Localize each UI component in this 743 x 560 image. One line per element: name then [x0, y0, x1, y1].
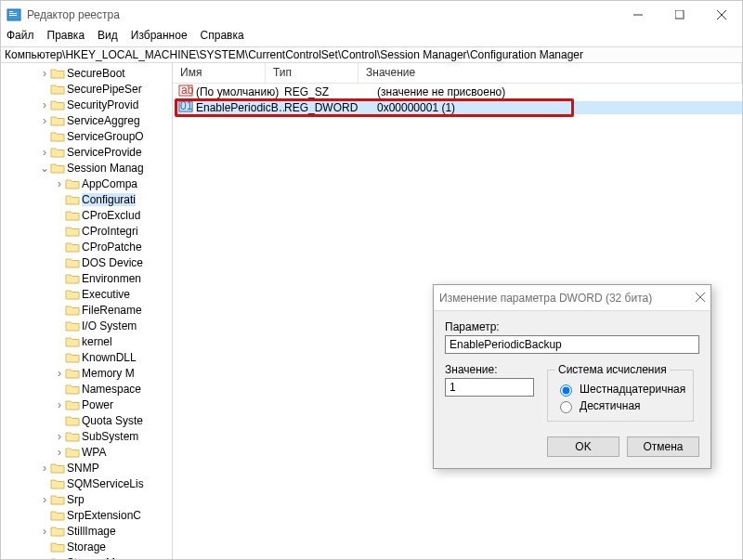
- tree-item[interactable]: CProPatche: [52, 239, 172, 254]
- tree-item[interactable]: ›ServiceAggreg: [52, 112, 172, 128]
- regedit-window: Редактор реестра Файл Правка Вид Избранн…: [0, 0, 743, 560]
- expander-icon[interactable]: ›: [54, 367, 65, 380]
- tree-item-label: StillImage: [67, 525, 116, 538]
- titlebar[interactable]: Редактор реестра: [1, 1, 742, 29]
- expander-icon[interactable]: ›: [54, 430, 65, 443]
- tree-view[interactable]: ›SecureBootSecurePipeSer›SecurityProvid›…: [1, 63, 173, 559]
- tree-item[interactable]: Environmen: [52, 270, 172, 286]
- tree-item[interactable]: CProIntegri: [52, 223, 172, 239]
- tree-item[interactable]: Namespace: [52, 381, 172, 397]
- tree-item[interactable]: ›AppCompa: [52, 176, 172, 191]
- expander-icon[interactable]: ›: [39, 462, 50, 475]
- folder-icon: [65, 319, 80, 332]
- folder-icon: [65, 398, 80, 411]
- tree-item[interactable]: ›Power: [52, 397, 172, 412]
- svg-rect-3: [9, 15, 17, 16]
- expander-icon[interactable]: ›: [54, 177, 65, 190]
- tree-item[interactable]: FileRename: [52, 302, 172, 318]
- tree-item[interactable]: SrpExtensionC: [52, 507, 172, 523]
- cancel-button[interactable]: Отмена: [627, 436, 699, 457]
- menu-edit[interactable]: Правка: [47, 29, 85, 44]
- tree-item[interactable]: Storage: [52, 539, 172, 554]
- value-name: (По умолчанию): [196, 85, 284, 98]
- radio-hex-label: Шестнадцатеричная: [580, 383, 685, 396]
- tree-item[interactable]: SecurePipeSer: [52, 81, 172, 97]
- expander-icon[interactable]: ›: [39, 146, 50, 159]
- tree-item[interactable]: ›SNMP: [52, 460, 172, 475]
- folder-icon: [50, 540, 65, 553]
- minimize-button[interactable]: [617, 1, 658, 29]
- tree-item-label: ServiceAggreg: [67, 114, 140, 127]
- tree-item-label: SQMServiceLis: [67, 477, 144, 490]
- expander-icon[interactable]: ›: [39, 556, 50, 560]
- tree-item[interactable]: ›Memory M: [52, 365, 172, 381]
- value-row[interactable]: 011EnablePeriodicB…REG_DWORD0x00000001 (…: [173, 99, 742, 115]
- tree-item[interactable]: SQMServiceLis: [52, 475, 172, 491]
- tree-item[interactable]: ›WPA: [52, 444, 172, 460]
- folder-icon: [65, 304, 80, 317]
- tree-item[interactable]: ›ServiceProvide: [52, 144, 172, 160]
- tree-item-label: FileRename: [82, 304, 142, 317]
- value-row[interactable]: ab(По умолчанию)REG_SZ(значение не присв…: [173, 84, 742, 99]
- maximize-button[interactable]: [658, 1, 700, 29]
- radio-hex[interactable]: Шестнадцатеричная: [555, 382, 685, 397]
- folder-icon: [50, 462, 65, 475]
- value-data: (значение не присвоено): [377, 85, 742, 98]
- radio-hex-input[interactable]: [560, 384, 572, 397]
- tree-item[interactable]: ›SecureBoot: [52, 65, 172, 81]
- tree-item-label: DOS Device: [82, 256, 143, 269]
- expander-icon[interactable]: ›: [39, 98, 50, 111]
- address-bar[interactable]: Компьютер\HKEY_LOCAL_MACHINE\SYSTEM\Curr…: [1, 46, 742, 63]
- menu-help[interactable]: Справка: [201, 29, 244, 44]
- svg-rect-1: [9, 11, 13, 12]
- tree-item[interactable]: DOS Device: [52, 254, 172, 270]
- col-type[interactable]: Тип: [266, 63, 358, 83]
- tree-item[interactable]: ›SubSystem: [52, 428, 172, 444]
- tree-item-label: kernel: [82, 335, 112, 348]
- tree-item-label: CProPatche: [82, 241, 142, 254]
- app-icon: [7, 7, 21, 22]
- tree-item-label: I/O System: [82, 319, 137, 332]
- tree-item[interactable]: ›SecurityProvid: [52, 97, 172, 112]
- svg-rect-2: [9, 13, 17, 14]
- radio-dec-label: Десятичная: [580, 399, 641, 412]
- tree-item[interactable]: Executive: [52, 286, 172, 302]
- tree-item[interactable]: ⌄Session Manag: [52, 160, 172, 176]
- tree-item[interactable]: CProExclud: [52, 207, 172, 223]
- radio-dec-input[interactable]: [560, 401, 572, 413]
- edit-dword-dialog[interactable]: Изменение параметра DWORD (32 бита) Пара…: [433, 284, 711, 469]
- expander-icon[interactable]: ›: [39, 114, 50, 127]
- column-headers[interactable]: Имя Тип Значение: [173, 63, 742, 84]
- tree-item[interactable]: ›Srp: [52, 491, 172, 507]
- tree-item[interactable]: kernel: [52, 333, 172, 349]
- tree-item[interactable]: ServiceGroupO: [52, 128, 172, 144]
- tree-item-label: SNMP: [67, 462, 99, 475]
- tree-item[interactable]: ›StillImage: [52, 523, 172, 539]
- expander-icon[interactable]: ›: [54, 398, 65, 411]
- tree-item[interactable]: Configurati: [52, 191, 172, 207]
- col-name[interactable]: Имя: [173, 63, 266, 83]
- tree-item-label: ServiceGroupO: [67, 130, 144, 143]
- expander-icon[interactable]: ›: [39, 525, 50, 538]
- expander-icon[interactable]: ›: [39, 67, 50, 80]
- dialog-title: Изменение параметра DWORD (32 бита): [439, 292, 696, 305]
- tree-item[interactable]: KnownDLL: [52, 349, 172, 365]
- expander-icon[interactable]: ›: [54, 446, 65, 459]
- dialog-titlebar[interactable]: Изменение параметра DWORD (32 бита): [434, 285, 710, 311]
- menu-file[interactable]: Файл: [7, 29, 34, 44]
- menu-favorites[interactable]: Избранное: [131, 29, 188, 44]
- value-input[interactable]: [445, 378, 534, 397]
- tree-item[interactable]: ›StorageManag: [52, 554, 172, 559]
- tree-item[interactable]: I/O System: [52, 318, 172, 333]
- ok-button[interactable]: OK: [547, 436, 619, 457]
- close-button[interactable]: [700, 1, 742, 29]
- tree-item[interactable]: Quota Syste: [52, 412, 172, 428]
- dialog-close-icon[interactable]: [696, 292, 705, 305]
- folder-icon: [50, 493, 65, 506]
- col-value[interactable]: Значение: [358, 63, 742, 83]
- expander-icon[interactable]: ⌄: [39, 162, 50, 175]
- expander-icon[interactable]: ›: [39, 493, 50, 506]
- menu-view[interactable]: Вид: [98, 29, 118, 44]
- radio-dec[interactable]: Десятичная: [555, 398, 685, 413]
- values-list[interactable]: Имя Тип Значение ab(По умолчанию)REG_SZ(…: [173, 63, 742, 559]
